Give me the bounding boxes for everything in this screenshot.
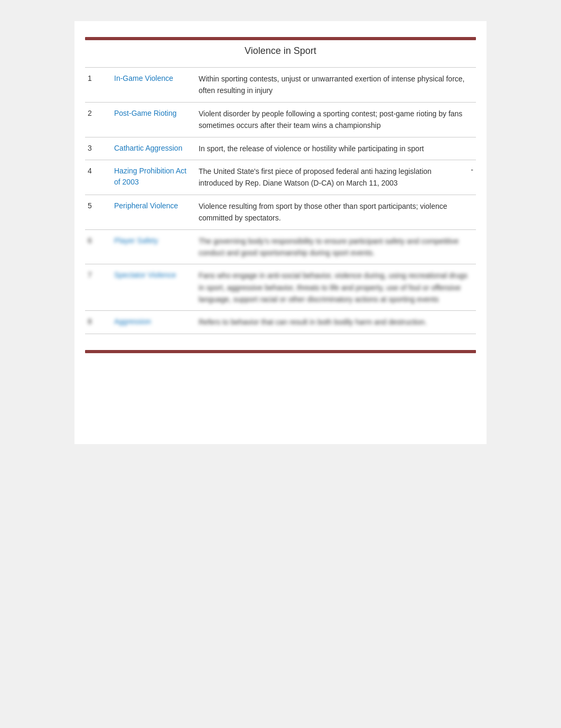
row-extra: - xyxy=(457,165,473,189)
row-title[interactable]: Peripheral Violence xyxy=(114,200,199,224)
table-row: 6Player SafetyThe governing body's respo… xyxy=(85,230,476,265)
row-description: Violent disorder by people following a s… xyxy=(199,108,473,132)
row-description: The governing body's responsibility to e… xyxy=(199,235,473,259)
table-row: 3Cathartic AggressionIn sport, the relea… xyxy=(85,137,476,160)
row-description: The United State's first piece of propos… xyxy=(199,165,457,189)
row-title[interactable]: Spectator Violence xyxy=(114,270,199,305)
row-title[interactable]: Aggression xyxy=(114,316,199,328)
row-number: 4 xyxy=(88,165,114,189)
row-number: 5 xyxy=(88,200,114,224)
table-wrapper: 1In-Game ViolenceWithin sporting contest… xyxy=(85,67,476,334)
bottom-bar xyxy=(85,350,476,353)
row-description: Within sporting contests, unjust or unwa… xyxy=(199,73,473,97)
page-title: Violence in Sport xyxy=(85,45,476,57)
row-number: 2 xyxy=(88,108,114,132)
row-title[interactable]: In-Game Violence xyxy=(114,73,199,97)
row-number: 8 xyxy=(88,316,114,328)
row-number: 1 xyxy=(88,73,114,97)
table-row: 7Spectator ViolenceFans who engage in an… xyxy=(85,264,476,311)
row-description: Fans who engage in anti-social behavior,… xyxy=(199,270,473,305)
row-description: In sport, the release of violence or hos… xyxy=(199,143,473,154)
table-row: 2Post-Game RiotingViolent disorder by pe… xyxy=(85,103,476,137)
top-bar xyxy=(85,37,476,40)
page-container: Violence in Sport 1In-Game ViolenceWithi… xyxy=(74,21,487,444)
table-row: 8AggressionRefers to behavior that can r… xyxy=(85,311,476,334)
table-row: 1In-Game ViolenceWithin sporting contest… xyxy=(85,67,476,103)
row-title[interactable]: Player Safety xyxy=(114,235,199,259)
row-title[interactable]: Hazing Prohibition Act of 2003 xyxy=(114,165,199,189)
row-number: 7 xyxy=(88,270,114,305)
table-row: 4Hazing Prohibition Act of 2003The Unite… xyxy=(85,160,476,195)
row-description: Violence resulting from sport by those o… xyxy=(199,200,473,224)
row-description: Refers to behavior that can result in bo… xyxy=(199,316,473,328)
row-title[interactable]: Post-Game Rioting xyxy=(114,108,199,132)
table-row: 5Peripheral ViolenceViolence resulting f… xyxy=(85,195,476,230)
row-number: 3 xyxy=(88,143,114,154)
row-number: 6 xyxy=(88,235,114,259)
row-title[interactable]: Cathartic Aggression xyxy=(114,143,199,154)
